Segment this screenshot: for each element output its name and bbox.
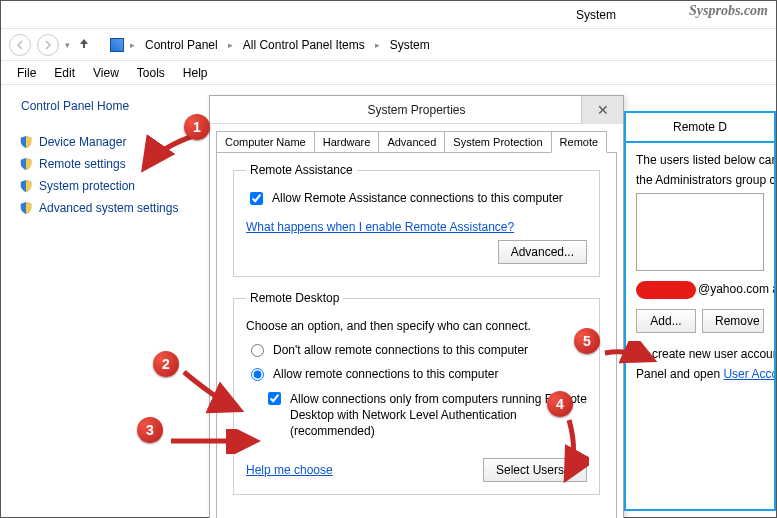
- group-label: Remote Assistance: [246, 163, 357, 177]
- menu-tools[interactable]: Tools: [129, 63, 173, 83]
- menu-file[interactable]: File: [9, 63, 44, 83]
- radio-label: Allow remote connections to this compute…: [273, 367, 498, 381]
- remote-users-dialog: The users listed below can connect the A…: [624, 141, 776, 511]
- already-has-access-text: @yahoo.com already h: [636, 281, 764, 299]
- allow-remote-assistance-checkbox[interactable]: [250, 192, 263, 205]
- shield-icon: [19, 179, 33, 193]
- dont-allow-remote-radio[interactable]: [251, 344, 264, 357]
- sidebar-item-label: System protection: [39, 179, 135, 193]
- checkbox-label: Allow Remote Assistance connections to t…: [272, 191, 563, 205]
- app-window: Sysprobs.com System ▾ ▸ Control Panel ▸ …: [0, 0, 777, 518]
- shield-icon: [19, 201, 33, 215]
- dialog-title: System Properties: [367, 103, 465, 117]
- tab-body-remote: Remote Assistance Allow Remote Assistanc…: [216, 152, 617, 518]
- tab-system-protection[interactable]: System Protection: [444, 131, 551, 153]
- sidebar-item-remote-settings[interactable]: Remote settings: [19, 153, 193, 175]
- sidebar-item-label: Device Manager: [39, 135, 126, 149]
- menu-edit[interactable]: Edit: [46, 63, 83, 83]
- remote-desktop-group: Remote Desktop Choose an option, and the…: [231, 291, 602, 495]
- menu-help[interactable]: Help: [175, 63, 216, 83]
- title-bar: System: [1, 1, 776, 29]
- window-title: System: [576, 8, 616, 22]
- tab-strip: Computer NameHardwareAdvancedSystem Prot…: [210, 124, 623, 152]
- redacted-username: [636, 281, 696, 299]
- allow-remote-radio[interactable]: [251, 368, 264, 381]
- chevron-right-icon: ▸: [375, 40, 380, 50]
- control-panel-home-link[interactable]: Control Panel Home: [21, 99, 193, 113]
- sidebar-item-label: Remote settings: [39, 157, 126, 171]
- what-happens-link[interactable]: What happens when I enable Remote Assist…: [246, 220, 514, 234]
- users-listbox[interactable]: [636, 193, 764, 271]
- close-icon: ✕: [597, 102, 609, 118]
- address-bar: ▾ ▸ Control Panel ▸ All Control Panel It…: [1, 29, 776, 61]
- shield-icon: [19, 157, 33, 171]
- chevron-right-icon: ▸: [228, 40, 233, 50]
- menu-bar: File Edit View Tools Help: [1, 61, 776, 85]
- nla-checkbox[interactable]: [268, 392, 281, 405]
- nav-forward-button[interactable]: [37, 34, 59, 56]
- shield-icon: [19, 135, 33, 149]
- sidebar-item-system-protection[interactable]: System protection: [19, 175, 193, 197]
- info-text: Panel and open User Accounts.: [636, 367, 764, 381]
- sidebar-item-label: Advanced system settings: [39, 201, 178, 215]
- user-accounts-link[interactable]: User Accounts: [723, 367, 776, 381]
- breadcrumb[interactable]: All Control Panel Items: [239, 36, 369, 54]
- info-text: the Administrators group can conne: [636, 173, 764, 187]
- advanced-button[interactable]: Advanced...: [498, 240, 587, 264]
- remote-assistance-group: Remote Assistance Allow Remote Assistanc…: [231, 163, 602, 277]
- breadcrumb[interactable]: System: [386, 36, 434, 54]
- tab-remote[interactable]: Remote: [551, 131, 608, 153]
- sidebar-item-device-manager[interactable]: Device Manager: [19, 131, 193, 153]
- dialog-title-bar: System Properties ✕: [210, 96, 623, 124]
- menu-view[interactable]: View: [85, 63, 127, 83]
- nav-back-button[interactable]: [9, 34, 31, 56]
- close-button[interactable]: ✕: [581, 96, 623, 124]
- info-text: To create new user accounts or ad: [636, 347, 764, 361]
- chevron-right-icon: ▸: [130, 40, 135, 50]
- control-panel-icon: [110, 38, 124, 52]
- tab-computer-name[interactable]: Computer Name: [216, 131, 315, 153]
- tab-advanced[interactable]: Advanced: [378, 131, 445, 153]
- select-users-button[interactable]: Select Users...: [483, 458, 587, 482]
- sidebar-item-advanced-system-settings[interactable]: Advanced system settings: [19, 197, 193, 219]
- rd-intro-text: Choose an option, and then specify who c…: [246, 319, 531, 333]
- dialog-title: Remote D: [673, 120, 727, 134]
- system-properties-dialog: System Properties ✕ Computer NameHardwar…: [209, 95, 624, 518]
- help-me-choose-link[interactable]: Help me choose: [246, 463, 333, 477]
- tab-hardware[interactable]: Hardware: [314, 131, 380, 153]
- remote-users-dialog-titlebar: Remote D: [624, 111, 776, 141]
- group-label: Remote Desktop: [246, 291, 343, 305]
- content-area: System Properties ✕ Computer NameHardwar…: [201, 87, 776, 517]
- nav-up-button[interactable]: [76, 36, 92, 53]
- radio-label: Don't allow remote connections to this c…: [273, 343, 528, 357]
- chevron-down-icon[interactable]: ▾: [65, 40, 70, 50]
- breadcrumb[interactable]: Control Panel: [141, 36, 222, 54]
- checkbox-label: Allow connections only from computers ru…: [290, 391, 587, 440]
- add-button[interactable]: Add...: [636, 309, 696, 333]
- left-nav: Control Panel Home Device ManagerRemote …: [1, 87, 201, 517]
- info-text: The users listed below can connect: [636, 153, 764, 167]
- remove-button[interactable]: Remove: [702, 309, 764, 333]
